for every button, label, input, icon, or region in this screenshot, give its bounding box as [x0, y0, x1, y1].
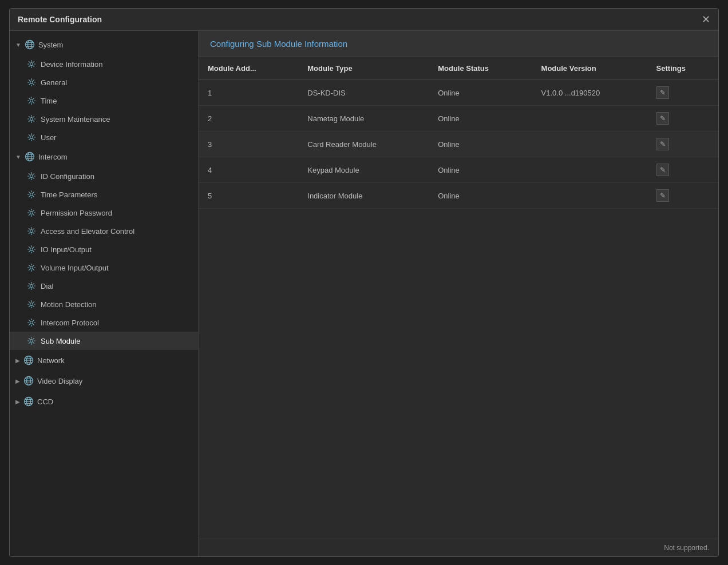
sidebar-item-system-maintenance[interactable]: System Maintenance: [10, 110, 198, 128]
sidebar-item-general[interactable]: General: [10, 73, 198, 91]
gear-icon: [27, 208, 36, 217]
svg-point-17: [30, 212, 33, 214]
svg-point-16: [30, 193, 33, 196]
edit-settings-button[interactable]: ✎: [656, 189, 669, 202]
sidebar-item-label: IO Input/Output: [41, 245, 92, 254]
sidebar-intercom-header[interactable]: ▼ Intercom: [10, 146, 198, 167]
table-header-row: Module Add... Module Type Module Status …: [199, 57, 718, 80]
col-status: Module Status: [429, 57, 532, 80]
cell-addr: 4: [199, 157, 298, 183]
intercom-children: ID Configuration Time Parameters Permiss…: [10, 167, 198, 350]
gear-icon: [27, 226, 36, 236]
sidebar-item-label: Volume Input/Output: [41, 264, 109, 272]
sidebar-item-id-configuration[interactable]: ID Configuration: [10, 167, 198, 185]
cell-type: DS-KD-DIS: [298, 80, 429, 106]
table-row: 5 Indicator Module Online ✎: [199, 183, 718, 209]
sidebar-item-user[interactable]: User: [10, 128, 198, 146]
svg-point-7: [30, 100, 33, 102]
sidebar-item-label: Intercom Protocol: [41, 319, 99, 327]
cell-version: [532, 183, 647, 209]
close-button[interactable]: ✕: [702, 14, 710, 25]
network-label: Network: [37, 356, 65, 365]
sidebar-item-label: Motion Detection: [41, 300, 97, 309]
system-arrow-icon: ▼: [15, 42, 21, 48]
sidebar-item-motion-detection[interactable]: Motion Detection: [10, 295, 198, 313]
cell-version: [532, 106, 647, 132]
sidebar-item-io-input/output[interactable]: IO Input/Output: [10, 240, 198, 258]
status-message: Not supported.: [664, 544, 709, 552]
video-display-globe-icon: [23, 376, 34, 386]
edit-settings-button[interactable]: ✎: [656, 164, 669, 176]
col-version: Module Version: [532, 57, 647, 80]
col-type: Module Type: [298, 57, 429, 80]
sidebar-item-label: Dial: [41, 282, 53, 291]
cell-addr: 3: [199, 132, 298, 157]
sidebar-video-display-header[interactable]: ▶ Video Display: [10, 371, 198, 391]
sidebar-item-device-information[interactable]: Device Information: [10, 55, 198, 73]
svg-point-9: [30, 136, 33, 139]
table-row: 3 Card Reader Module Online ✎: [199, 132, 718, 157]
gear-icon: [27, 318, 36, 327]
system-globe-icon: [25, 39, 35, 50]
sidebar-item-time-parameters[interactable]: Time Parameters: [10, 185, 198, 204]
network-globe-icon: [23, 355, 34, 365]
sidebar-ccd-header[interactable]: ▶ CCD: [10, 391, 198, 412]
sidebar-item-dial[interactable]: Dial: [10, 277, 198, 295]
video-display-arrow-icon: ▶: [15, 378, 20, 384]
gear-icon: [27, 78, 36, 87]
sidebar-item-label: System Maintenance: [41, 115, 110, 124]
gear-icon: [27, 336, 36, 345]
system-label: System: [38, 41, 63, 49]
sidebar-item-label: Sub Module: [41, 337, 80, 345]
cell-version: [532, 132, 647, 157]
svg-point-18: [30, 230, 33, 233]
svg-point-5: [30, 63, 33, 66]
cell-settings: ✎: [647, 157, 718, 183]
table-row: 4 Keypad Module Online ✎: [199, 157, 718, 183]
cell-type: Keypad Module: [298, 157, 429, 183]
main-content: Configuring Sub Module Information Modul…: [199, 31, 718, 556]
sidebar-item-time[interactable]: Time: [10, 91, 198, 110]
cell-settings: ✎: [647, 132, 718, 157]
sidebar-item-label: General: [41, 78, 67, 87]
gear-icon: [27, 245, 36, 254]
col-settings: Settings: [647, 57, 718, 80]
gear-icon: [27, 300, 36, 309]
gear-icon: [27, 59, 36, 69]
cell-type: Indicator Module: [298, 183, 429, 209]
cell-addr: 5: [199, 183, 298, 209]
gear-icon: [27, 172, 36, 181]
ccd-arrow-icon: ▶: [15, 399, 20, 405]
remote-configuration-window: Remote Configuration ✕ ▼ System: [9, 8, 719, 557]
module-table: Module Add... Module Type Module Status …: [199, 57, 718, 209]
col-addr: Module Add...: [199, 57, 298, 80]
table-body: 1 DS-KD-DIS Online V1.0.0 ...d190520 ✎ 2…: [199, 80, 718, 209]
sidebar-item-intercom-protocol[interactable]: Intercom Protocol: [10, 313, 198, 332]
intercom-label: Intercom: [38, 153, 68, 161]
cell-settings: ✎: [647, 80, 718, 106]
edit-settings-button[interactable]: ✎: [656, 86, 669, 99]
intercom-arrow-icon: ▼: [15, 154, 21, 160]
sidebar-system-header[interactable]: ▼ System: [10, 34, 198, 55]
sidebar-item-label: User: [41, 133, 56, 142]
video-display-label: Video Display: [37, 377, 82, 385]
sidebar: ▼ System Device Information: [10, 31, 199, 556]
cell-type: Card Reader Module: [298, 132, 429, 157]
status-bar: Not supported.: [199, 539, 718, 556]
gear-icon: [27, 263, 36, 272]
sidebar-item-access-and-elevator-control[interactable]: Access and Elevator Control: [10, 222, 198, 240]
sidebar-item-sub-module[interactable]: Sub Module: [10, 332, 198, 350]
sidebar-item-permission-password[interactable]: Permission Password: [10, 204, 198, 222]
svg-point-24: [30, 340, 33, 343]
content-area: ▼ System Device Information: [10, 31, 718, 556]
svg-point-8: [30, 118, 33, 121]
svg-point-15: [30, 175, 33, 178]
network-arrow-icon: ▶: [15, 357, 20, 364]
cell-addr: 1: [199, 80, 298, 106]
cell-settings: ✎: [647, 183, 718, 209]
sidebar-network-header[interactable]: ▶ Network: [10, 350, 198, 371]
cell-status: Online: [429, 183, 532, 209]
sidebar-item-volume-input/output[interactable]: Volume Input/Output: [10, 258, 198, 277]
edit-settings-button[interactable]: ✎: [656, 112, 669, 125]
edit-settings-button[interactable]: ✎: [656, 138, 669, 150]
